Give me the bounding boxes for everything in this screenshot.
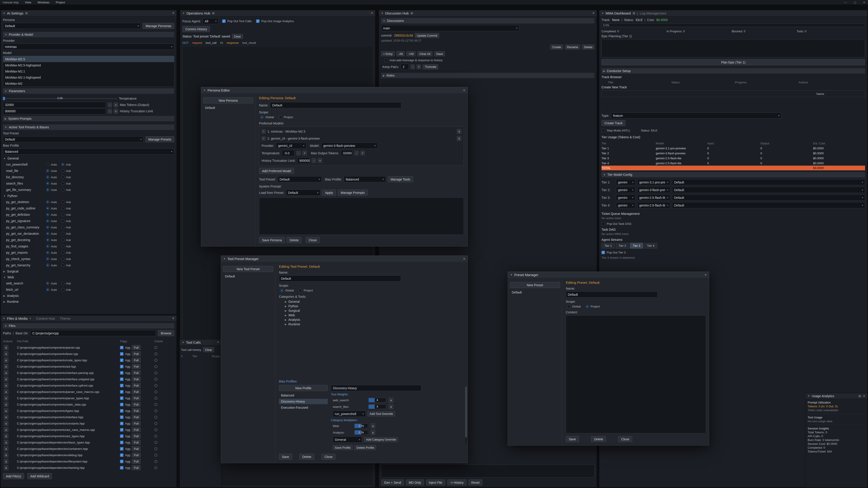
full-button[interactable]: Full <box>132 453 141 457</box>
auto-radio[interactable] <box>46 257 49 260</box>
remove-file-button[interactable]: x <box>4 453 8 457</box>
cache-toggle[interactable] <box>154 410 157 412</box>
add-tool-override-button[interactable]: Add Tool Override <box>368 412 395 416</box>
full-button[interactable]: Full <box>132 396 141 400</box>
new-preset-button[interactable]: New Preset <box>510 282 560 288</box>
full-button[interactable]: Full <box>132 421 141 426</box>
ask-radio[interactable] <box>61 226 64 229</box>
history-limit-input[interactable]: 900000 <box>3 108 106 114</box>
plus-all-button[interactable]: +All <box>406 51 415 56</box>
scrollbar-thumb[interactable] <box>465 387 467 437</box>
remove-file-button[interactable]: x <box>4 433 8 438</box>
auto-radio[interactable] <box>46 232 49 235</box>
remove-file-button[interactable]: x <box>4 345 8 350</box>
cache-toggle[interactable] <box>154 403 157 406</box>
remove-file-button[interactable]: x <box>4 408 8 413</box>
auto-radio[interactable] <box>46 226 49 229</box>
collapse-icon[interactable]: ▼ <box>808 395 810 397</box>
save-button[interactable]: Save <box>566 436 579 442</box>
model-option[interactable]: MiniMax-M2 <box>3 80 174 87</box>
cache-toggle[interactable] <box>154 365 157 368</box>
agg-checkbox[interactable] <box>120 466 123 469</box>
cache-toggle[interactable] <box>154 428 157 431</box>
increment-button[interactable]: + <box>318 158 322 163</box>
create-track-button[interactable]: Create Track <box>601 120 625 126</box>
bias-profile-item[interactable]: Balanced <box>279 393 328 398</box>
full-button[interactable]: Full <box>132 364 141 369</box>
auto-add-checkbox[interactable] <box>384 59 388 62</box>
persona-list-item[interactable]: Default <box>203 105 253 111</box>
model-option[interactable]: MiniMax-M2.5 <box>3 56 174 62</box>
remove-file-button[interactable]: x <box>4 396 8 400</box>
full-button[interactable]: Full <box>132 415 141 420</box>
add-category-override-button[interactable]: Add Category Override <box>364 437 398 442</box>
tool-preset-list-item[interactable]: Default <box>223 273 273 279</box>
active-presets-section[interactable]: ▼ Active Tool Presets & Biases <box>3 125 174 130</box>
popout-icon[interactable]: ⊞ <box>859 394 861 398</box>
increment-button[interactable]: + <box>416 64 421 69</box>
apply-button[interactable]: Apply <box>322 190 336 196</box>
tool-preset-select[interactable]: Default ▾ <box>3 136 144 142</box>
collapse-icon[interactable]: ▼ <box>3 317 5 320</box>
ask-radio[interactable] <box>61 169 64 172</box>
increment-button[interactable]: + <box>114 109 118 113</box>
update-commit-button[interactable]: Update Commit <box>415 33 439 38</box>
remove-file-button[interactable]: x <box>4 402 8 407</box>
truncate-button[interactable]: Truncate <box>423 64 438 69</box>
remove-multiplier-button[interactable]: x <box>371 423 375 428</box>
category-row[interactable]: ▶ Analysis <box>285 318 464 322</box>
paths-label[interactable]: Paths <box>3 331 11 335</box>
cache-toggle[interactable] <box>154 416 157 419</box>
increment-button[interactable]: + <box>361 151 365 156</box>
plan-epic-button[interactable]: Plan Epic (Tier 1) <box>601 59 865 65</box>
full-button[interactable]: Full <box>132 383 141 388</box>
persona-select[interactable]: Default ▾ <box>3 23 141 29</box>
persona-name-input[interactable]: Default <box>270 102 401 108</box>
cache-toggle[interactable] <box>154 441 157 444</box>
inject-file-button[interactable]: Inject File <box>426 480 445 486</box>
cache-toggle[interactable] <box>154 346 157 349</box>
decrement-button[interactable]: - <box>410 64 415 69</box>
group-web[interactable]: ▼ Web <box>3 274 174 280</box>
agg-checkbox[interactable] <box>120 390 123 394</box>
category-override-select[interactable]: General ▾ <box>333 436 362 443</box>
bias-profile-item[interactable]: Discovery-Heavy <box>279 399 328 404</box>
auto-radio[interactable] <box>46 219 49 223</box>
auto-radio[interactable] <box>46 200 49 203</box>
full-button[interactable]: Full <box>132 465 141 470</box>
ask-radio[interactable] <box>61 251 64 254</box>
collapse-icon[interactable]: ▼ <box>601 12 604 14</box>
tool-preset-titlebar[interactable]: ▼ Tool Preset Manager × <box>221 256 467 262</box>
agg-checkbox[interactable] <box>120 396 123 400</box>
create-discussion-button[interactable]: Create <box>550 44 563 50</box>
close-button[interactable]: Close <box>306 237 320 243</box>
system-prompt-textarea[interactable] <box>259 197 464 235</box>
full-button[interactable]: Full <box>132 345 141 350</box>
conductor-setup-section[interactable]: ▶ Conductor Setup <box>601 68 865 74</box>
cache-toggle[interactable] <box>154 435 157 437</box>
full-button[interactable]: Full <box>132 427 141 432</box>
cache-toggle[interactable] <box>154 460 157 463</box>
agg-checkbox[interactable] <box>120 378 123 381</box>
remove-weight-button[interactable]: x <box>389 398 393 402</box>
decrement-button[interactable]: - <box>312 158 316 163</box>
cache-toggle[interactable] <box>154 422 157 425</box>
to-history-button[interactable]: -> History <box>447 480 467 486</box>
pop-out-usage-checkbox[interactable] <box>256 20 259 23</box>
remove-file-button[interactable]: x <box>4 459 8 464</box>
track-type-select[interactable]: feature ▾ <box>611 112 781 119</box>
save-discussion-button[interactable]: Save <box>434 51 445 56</box>
close-button[interactable]: Close <box>321 454 336 460</box>
window-close-icon[interactable]: ✕ <box>863 1 865 4</box>
scope-global-radio[interactable] <box>280 289 283 292</box>
provider-select[interactable]: gemini_cli ▾ <box>276 142 306 149</box>
group-surgical[interactable]: ▶ Surgical <box>3 268 174 274</box>
window-minimize-icon[interactable]: — <box>844 1 847 4</box>
remove-file-button[interactable]: x <box>4 415 8 420</box>
scope-global-radio[interactable] <box>567 305 570 308</box>
category-row[interactable]: ▶ General <box>285 299 464 304</box>
auto-radio[interactable] <box>46 163 49 166</box>
ask-radio[interactable] <box>61 182 64 185</box>
popout-icon[interactable]: ⊞ <box>410 11 413 15</box>
temperature-slider[interactable]: 0.00 <box>3 96 117 101</box>
